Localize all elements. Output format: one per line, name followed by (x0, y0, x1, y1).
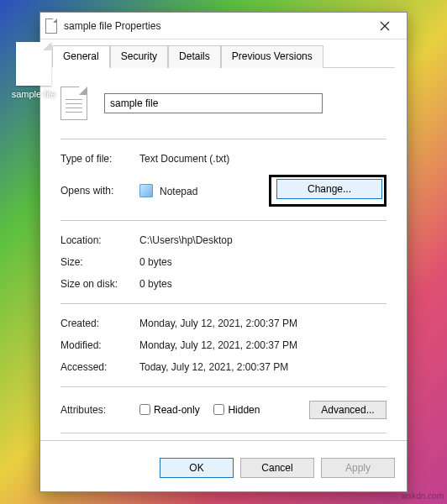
divider (60, 386, 387, 387)
close-icon (380, 21, 390, 31)
tab-strip: General Security Details Previous Versio… (52, 45, 395, 68)
created-value: Monday, July 12, 2021, 2:00:37 PM (139, 318, 297, 329)
type-of-file-value: Text Document (.txt) (139, 153, 229, 165)
size-on-disk-value: 0 bytes (139, 278, 172, 290)
change-button[interactable]: Change... (276, 179, 382, 199)
file-large-icon (60, 87, 87, 120)
readonly-label: Read-only (154, 404, 200, 416)
tab-content: Type of file: Text Document (.txt) Opens… (40, 68, 407, 440)
attributes-label: Attributes: (60, 404, 139, 416)
window-title: sample file Properties (64, 20, 368, 32)
opens-with-text: Notepad (160, 186, 197, 197)
close-button[interactable] (368, 13, 402, 39)
watermark: wskdn.com (402, 491, 444, 501)
advanced-button[interactable]: Advanced... (309, 401, 387, 419)
type-of-file-label: Type of file: (60, 153, 139, 165)
notepad-icon (139, 184, 153, 197)
ok-button[interactable]: OK (160, 458, 234, 478)
file-glyph-icon (16, 42, 51, 86)
hidden-checkbox[interactable] (213, 404, 224, 415)
titlebar: sample file Properties (40, 13, 407, 39)
location-value: C:\Users\hp\Desktop (139, 234, 233, 246)
modified-value: Monday, July 12, 2021, 2:00:37 PM (139, 339, 297, 351)
size-label: Size: (60, 256, 139, 268)
size-value: 0 bytes (139, 256, 172, 268)
tab-details[interactable]: Details (168, 45, 221, 68)
size-on-disk-label: Size on disk: (60, 278, 139, 290)
readonly-checkbox[interactable] (139, 404, 150, 415)
desktop-file-label: sample file (8, 89, 59, 99)
dialog-footer: OK Cancel Apply (40, 440, 407, 491)
divider (60, 139, 387, 139)
opens-with-value: Notepad (139, 184, 197, 197)
accessed-value: Today, July 12, 2021, 2:00:37 PM (139, 361, 288, 373)
filename-input[interactable] (104, 93, 323, 113)
cancel-button[interactable]: Cancel (240, 458, 314, 478)
modified-label: Modified: (60, 339, 139, 351)
accessed-label: Accessed: (60, 361, 139, 373)
properties-dialog: sample file Properties General Security … (39, 12, 408, 492)
divider (60, 433, 387, 433)
tab-security[interactable]: Security (110, 45, 168, 68)
attributes-controls: Read-only Hidden (139, 404, 260, 416)
tab-general[interactable]: General (52, 45, 110, 68)
titlebar-file-icon (45, 18, 57, 34)
divider (60, 303, 387, 304)
change-highlight-box: Change... (269, 175, 387, 207)
location-label: Location: (60, 234, 139, 246)
hidden-label: Hidden (228, 404, 260, 416)
created-label: Created: (60, 318, 139, 329)
apply-button[interactable]: Apply (321, 458, 395, 478)
desktop-file-icon[interactable]: sample file (8, 42, 59, 99)
tab-previous-versions[interactable]: Previous Versions (221, 45, 323, 68)
divider (60, 220, 387, 221)
opens-with-label: Opens with: (60, 185, 139, 197)
